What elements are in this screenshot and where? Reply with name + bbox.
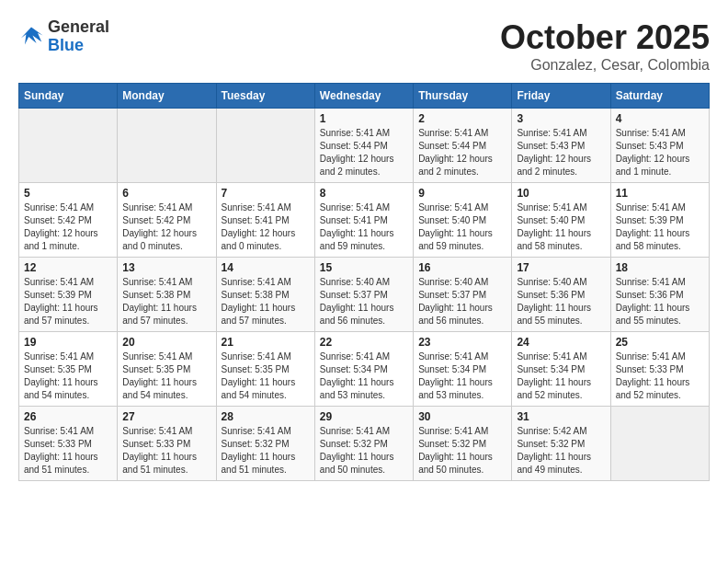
calendar-week-2: 5Sunrise: 5:41 AMSunset: 5:42 PMDaylight… — [19, 183, 710, 258]
day-number: 30 — [418, 410, 506, 423]
calendar-cell: 11Sunrise: 5:41 AMSunset: 5:39 PMDayligh… — [610, 183, 709, 258]
day-number: 6 — [122, 187, 210, 200]
day-number: 24 — [517, 336, 605, 349]
day-number: 22 — [320, 336, 408, 349]
calendar-cell: 26Sunrise: 5:41 AMSunset: 5:33 PMDayligh… — [19, 407, 118, 481]
calendar-cell: 27Sunrise: 5:41 AMSunset: 5:33 PMDayligh… — [118, 407, 216, 481]
day-info: Sunrise: 5:41 AMSunset: 5:33 PMDaylight:… — [24, 425, 112, 477]
day-number: 14 — [222, 261, 310, 274]
day-number: 8 — [320, 187, 408, 200]
day-number: 13 — [122, 261, 210, 274]
calendar-cell: 15Sunrise: 5:40 AMSunset: 5:37 PMDayligh… — [314, 258, 413, 332]
calendar-body: 1Sunrise: 5:41 AMSunset: 5:44 PMDaylight… — [19, 109, 710, 481]
day-info: Sunrise: 5:41 AMSunset: 5:42 PMDaylight:… — [24, 201, 112, 253]
day-number: 5 — [24, 187, 112, 200]
day-info: Sunrise: 5:41 AMSunset: 5:32 PMDaylight:… — [320, 425, 408, 477]
logo-icon — [18, 24, 44, 50]
col-saturday: Saturday — [610, 84, 709, 109]
col-wednesday: Wednesday — [314, 84, 413, 109]
calendar-table: Sunday Monday Tuesday Wednesday Thursday… — [18, 83, 710, 481]
month-title: October 2025 — [500, 18, 710, 57]
day-info: Sunrise: 5:41 AMSunset: 5:32 PMDaylight:… — [418, 425, 506, 477]
calendar-cell: 4Sunrise: 5:41 AMSunset: 5:43 PMDaylight… — [610, 109, 709, 183]
calendar-header: Sunday Monday Tuesday Wednesday Thursday… — [19, 84, 710, 109]
logo: General Blue — [18, 18, 109, 55]
calendar-cell — [118, 109, 216, 183]
calendar-cell: 30Sunrise: 5:41 AMSunset: 5:32 PMDayligh… — [414, 407, 512, 481]
day-info: Sunrise: 5:41 AMSunset: 5:36 PMDaylight:… — [616, 276, 704, 327]
calendar-cell: 6Sunrise: 5:41 AMSunset: 5:42 PMDaylight… — [118, 183, 216, 258]
calendar-cell: 9Sunrise: 5:41 AMSunset: 5:40 PMDaylight… — [414, 183, 512, 258]
logo-text-line2: Blue — [48, 37, 109, 55]
day-info: Sunrise: 5:41 AMSunset: 5:43 PMDaylight:… — [616, 127, 704, 178]
day-number: 2 — [418, 112, 506, 125]
calendar-cell: 25Sunrise: 5:41 AMSunset: 5:33 PMDayligh… — [610, 332, 709, 407]
page-header: General Blue October 2025 Gonzalez, Cesa… — [18, 18, 710, 74]
day-info: Sunrise: 5:41 AMSunset: 5:40 PMDaylight:… — [418, 201, 506, 253]
day-number: 17 — [517, 261, 605, 274]
day-number: 28 — [222, 410, 310, 423]
calendar-cell: 7Sunrise: 5:41 AMSunset: 5:41 PMDaylight… — [216, 183, 314, 258]
day-info: Sunrise: 5:41 AMSunset: 5:44 PMDaylight:… — [320, 127, 408, 178]
day-number: 11 — [616, 187, 704, 200]
day-info: Sunrise: 5:41 AMSunset: 5:34 PMDaylight:… — [418, 350, 506, 402]
day-number: 12 — [24, 261, 112, 274]
day-number: 3 — [517, 112, 605, 125]
day-number: 1 — [320, 112, 408, 125]
col-friday: Friday — [512, 84, 610, 109]
day-number: 9 — [418, 187, 506, 200]
title-block: October 2025 Gonzalez, Cesar, Colombia — [500, 18, 710, 74]
day-number: 7 — [222, 187, 310, 200]
day-info: Sunrise: 5:40 AMSunset: 5:37 PMDaylight:… — [320, 276, 408, 327]
day-number: 21 — [222, 336, 310, 349]
col-monday: Monday — [118, 84, 216, 109]
calendar-cell: 20Sunrise: 5:41 AMSunset: 5:35 PMDayligh… — [118, 332, 216, 407]
day-info: Sunrise: 5:41 AMSunset: 5:38 PMDaylight:… — [222, 276, 310, 327]
calendar-cell: 5Sunrise: 5:41 AMSunset: 5:42 PMDaylight… — [19, 183, 118, 258]
calendar-cell: 31Sunrise: 5:42 AMSunset: 5:32 PMDayligh… — [512, 407, 610, 481]
day-number: 18 — [616, 261, 704, 274]
day-info: Sunrise: 5:41 AMSunset: 5:43 PMDaylight:… — [517, 127, 605, 178]
day-number: 27 — [122, 410, 210, 423]
calendar-cell: 8Sunrise: 5:41 AMSunset: 5:41 PMDaylight… — [314, 183, 413, 258]
day-number: 20 — [122, 336, 210, 349]
day-info: Sunrise: 5:41 AMSunset: 5:35 PMDaylight:… — [24, 350, 112, 402]
calendar-cell: 23Sunrise: 5:41 AMSunset: 5:34 PMDayligh… — [414, 332, 512, 407]
calendar-cell: 12Sunrise: 5:41 AMSunset: 5:39 PMDayligh… — [19, 258, 118, 332]
calendar-week-4: 19Sunrise: 5:41 AMSunset: 5:35 PMDayligh… — [19, 332, 710, 407]
calendar-cell: 16Sunrise: 5:40 AMSunset: 5:37 PMDayligh… — [414, 258, 512, 332]
calendar-week-3: 12Sunrise: 5:41 AMSunset: 5:39 PMDayligh… — [19, 258, 710, 332]
calendar-cell: 1Sunrise: 5:41 AMSunset: 5:44 PMDaylight… — [314, 109, 413, 183]
col-thursday: Thursday — [414, 84, 512, 109]
location: Gonzalez, Cesar, Colombia — [500, 57, 710, 74]
col-tuesday: Tuesday — [216, 84, 314, 109]
calendar-cell: 14Sunrise: 5:41 AMSunset: 5:38 PMDayligh… — [216, 258, 314, 332]
calendar-cell: 21Sunrise: 5:41 AMSunset: 5:35 PMDayligh… — [216, 332, 314, 407]
logo-text-line1: General — [48, 18, 109, 37]
day-info: Sunrise: 5:41 AMSunset: 5:38 PMDaylight:… — [122, 276, 210, 327]
calendar-cell: 19Sunrise: 5:41 AMSunset: 5:35 PMDayligh… — [19, 332, 118, 407]
day-number: 4 — [616, 112, 704, 125]
calendar-cell: 29Sunrise: 5:41 AMSunset: 5:32 PMDayligh… — [314, 407, 413, 481]
day-number: 31 — [517, 410, 605, 423]
calendar-cell: 3Sunrise: 5:41 AMSunset: 5:43 PMDaylight… — [512, 109, 610, 183]
day-info: Sunrise: 5:41 AMSunset: 5:42 PMDaylight:… — [122, 201, 210, 253]
day-info: Sunrise: 5:41 AMSunset: 5:39 PMDaylight:… — [616, 201, 704, 253]
calendar-week-5: 26Sunrise: 5:41 AMSunset: 5:33 PMDayligh… — [19, 407, 710, 481]
calendar-cell: 22Sunrise: 5:41 AMSunset: 5:34 PMDayligh… — [314, 332, 413, 407]
day-info: Sunrise: 5:40 AMSunset: 5:36 PMDaylight:… — [517, 276, 605, 327]
day-number: 19 — [24, 336, 112, 349]
day-number: 26 — [24, 410, 112, 423]
day-info: Sunrise: 5:41 AMSunset: 5:44 PMDaylight:… — [418, 127, 506, 178]
calendar-cell — [610, 407, 709, 481]
day-info: Sunrise: 5:41 AMSunset: 5:33 PMDaylight:… — [616, 350, 704, 402]
day-info: Sunrise: 5:41 AMSunset: 5:35 PMDaylight:… — [222, 350, 310, 402]
day-info: Sunrise: 5:41 AMSunset: 5:35 PMDaylight:… — [122, 350, 210, 402]
day-number: 15 — [320, 261, 408, 274]
calendar-cell — [19, 109, 118, 183]
calendar-cell: 24Sunrise: 5:41 AMSunset: 5:34 PMDayligh… — [512, 332, 610, 407]
col-sunday: Sunday — [19, 84, 118, 109]
day-info: Sunrise: 5:41 AMSunset: 5:33 PMDaylight:… — [122, 425, 210, 477]
day-info: Sunrise: 5:41 AMSunset: 5:34 PMDaylight:… — [517, 350, 605, 402]
header-row: Sunday Monday Tuesday Wednesday Thursday… — [19, 84, 710, 109]
